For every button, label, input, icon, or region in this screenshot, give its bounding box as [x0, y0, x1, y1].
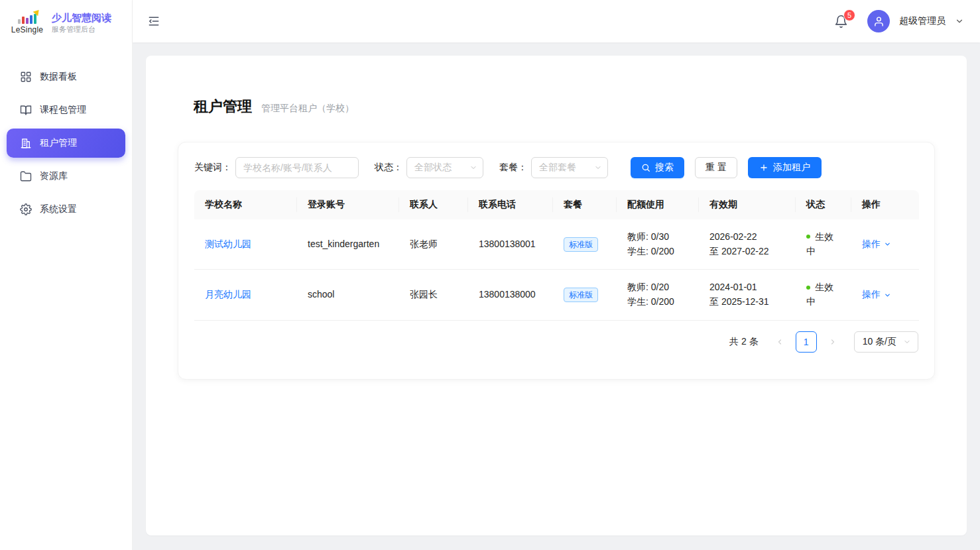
account-cell: school — [297, 270, 399, 320]
sidebar: LeSingle 少儿智慧阅读 服务管理后台 数据看板 课程包管理 — [0, 0, 133, 550]
user-icon — [873, 16, 885, 27]
contact-cell: 张老师 — [399, 219, 468, 270]
table-header: 学校名称 登录账号 联系人 联系电话 套餐 配额使用 有效期 状态 操作 — [194, 190, 919, 219]
plan-badge: 标准版 — [564, 288, 598, 302]
avatar[interactable] — [867, 10, 890, 32]
sidebar-item-label: 课程包管理 — [40, 104, 86, 116]
tenant-panel: 关键词： 状态： 全部状态 套餐： 全部套餐 — [178, 142, 935, 380]
sidebar-item-course-packages[interactable]: 课程包管理 — [7, 95, 125, 125]
sidebar-item-resources[interactable]: 资源库 — [7, 162, 125, 191]
chevron-down-icon[interactable] — [955, 17, 964, 26]
sidebar-item-label: 系统设置 — [40, 203, 77, 215]
prev-page-button[interactable] — [769, 331, 790, 353]
col-school: 学校名称 — [194, 190, 297, 219]
chevron-down-icon — [469, 164, 477, 172]
brand-title: 少儿智慧阅读 — [52, 11, 111, 25]
table-row: 月亮幼儿园 school 张园长 13800138000 标准版 教师: 0/2… — [194, 270, 919, 320]
pagination-total: 共 2 条 — [729, 336, 759, 348]
action-label: 操作 — [862, 288, 881, 302]
tenant-table: 学校名称 登录账号 联系人 联系电话 套餐 配额使用 有效期 状态 操作 — [194, 190, 919, 321]
validity-cell: 2026-02-22 至 2027-02-22 — [699, 219, 796, 270]
validity-cell: 2024-01-01 至 2025-12-31 — [699, 270, 796, 320]
plan-badge: 标准版 — [564, 237, 598, 252]
status-label: 状态： — [375, 162, 402, 174]
dashboard-icon — [20, 71, 32, 83]
school-link[interactable]: 月亮幼儿园 — [205, 289, 251, 300]
book-icon — [20, 104, 32, 116]
sidebar-item-settings[interactable]: 系统设置 — [7, 195, 125, 224]
col-validity: 有效期 — [699, 190, 796, 219]
lesingle-logo: LeSingle — [9, 12, 45, 34]
sidebar-item-label: 资源库 — [40, 170, 68, 182]
filter-row: 关键词： 状态： 全部状态 套餐： 全部套餐 — [194, 157, 918, 178]
sidebar-item-label: 数据看板 — [40, 71, 77, 83]
keyword-input[interactable] — [235, 157, 359, 178]
top-header: 5 超级管理员 — [133, 0, 980, 42]
add-tenant-button-label: 添加租户 — [773, 162, 810, 174]
page-size-select[interactable]: 10 条/页 — [854, 331, 918, 353]
chevron-down-icon — [594, 164, 602, 172]
status-dot — [806, 235, 810, 239]
reset-button[interactable]: 重 置 — [695, 157, 737, 178]
topbar-right: 5 超级管理员 — [834, 10, 964, 32]
folder-icon — [20, 170, 32, 182]
chevron-right-icon — [829, 338, 837, 346]
col-contact: 联系人 — [399, 190, 468, 219]
quota-cell: 教师: 0/30 学生: 0/200 — [617, 219, 699, 270]
table-row: 测试幼儿园 test_kindergarten 张老师 13800138001 … — [194, 219, 919, 270]
col-account: 登录账号 — [297, 190, 399, 219]
pagination: 共 2 条 1 10 条/页 — [194, 331, 918, 353]
content: 租户管理 管理平台租户（学校） 关键词： 状态： 全部状态 — [133, 42, 980, 550]
chevron-down-icon — [903, 338, 911, 346]
next-page-button[interactable] — [822, 331, 843, 353]
plus-icon — [759, 163, 768, 172]
quota-cell: 教师: 0/20 学生: 0/200 — [617, 270, 699, 320]
building-icon — [20, 137, 32, 149]
school-link[interactable]: 测试幼儿园 — [205, 239, 251, 249]
search-button-label: 搜索 — [655, 162, 674, 174]
sidebar-item-tenants[interactable]: 租户管理 — [7, 129, 125, 158]
sidebar-item-dashboard[interactable]: 数据看板 — [7, 62, 125, 91]
gear-icon — [20, 203, 32, 215]
page-size-value: 10 条/页 — [863, 336, 896, 348]
search-button[interactable]: 搜索 — [631, 157, 684, 178]
col-action: 操作 — [851, 190, 919, 219]
status-select-value: 全部状态 — [414, 162, 452, 174]
page-number-1[interactable]: 1 — [796, 331, 817, 353]
col-quota: 配额使用 — [617, 190, 699, 219]
contact-cell: 张园长 — [399, 270, 468, 320]
phone-cell: 13800138001 — [468, 219, 553, 270]
user-name: 超级管理员 — [899, 15, 946, 27]
search-icon — [641, 163, 650, 172]
plan-select[interactable]: 全部套餐 — [531, 157, 608, 178]
sidebar-item-label: 租户管理 — [40, 137, 77, 149]
col-phone: 联系电话 — [468, 190, 553, 219]
add-tenant-button[interactable]: 添加租户 — [748, 157, 822, 178]
page-head: 租户管理 管理平台租户（学校） — [146, 97, 967, 117]
action-label: 操作 — [862, 237, 881, 252]
logo-bars-icon — [18, 12, 36, 24]
brand-subtitle: 服务管理后台 — [52, 25, 111, 34]
chevron-down-icon — [884, 241, 891, 248]
sidebar-menu: 数据看板 课程包管理 租户管理 资源库 — [0, 46, 132, 224]
menu-fold-icon[interactable] — [147, 14, 162, 28]
page-title: 租户管理 — [194, 97, 252, 117]
plan-select-value: 全部套餐 — [539, 162, 576, 174]
page-subtitle: 管理平台租户（学校） — [261, 103, 354, 115]
row-action-dropdown[interactable]: 操作 — [862, 288, 891, 302]
brand: LeSingle 少儿智慧阅读 服务管理后台 — [0, 0, 132, 46]
reset-button-label: 重 置 — [705, 162, 727, 174]
status-select[interactable]: 全部状态 — [406, 157, 483, 178]
page-card: 租户管理 管理平台租户（学校） 关键词： 状态： 全部状态 — [146, 56, 967, 535]
app-root: LeSingle 少儿智慧阅读 服务管理后台 数据看板 课程包管理 — [0, 0, 980, 550]
col-plan: 套餐 — [553, 190, 617, 219]
logo-text: LeSingle — [11, 25, 43, 34]
notification-bell[interactable]: 5 — [834, 13, 851, 30]
status-dot — [806, 286, 810, 290]
row-action-dropdown[interactable]: 操作 — [862, 237, 891, 252]
keyword-label: 关键词： — [194, 162, 231, 174]
chevron-down-icon — [884, 292, 891, 299]
col-status: 状态 — [796, 190, 851, 219]
plan-label: 套餐： — [499, 162, 527, 174]
notification-badge: 5 — [843, 9, 855, 21]
